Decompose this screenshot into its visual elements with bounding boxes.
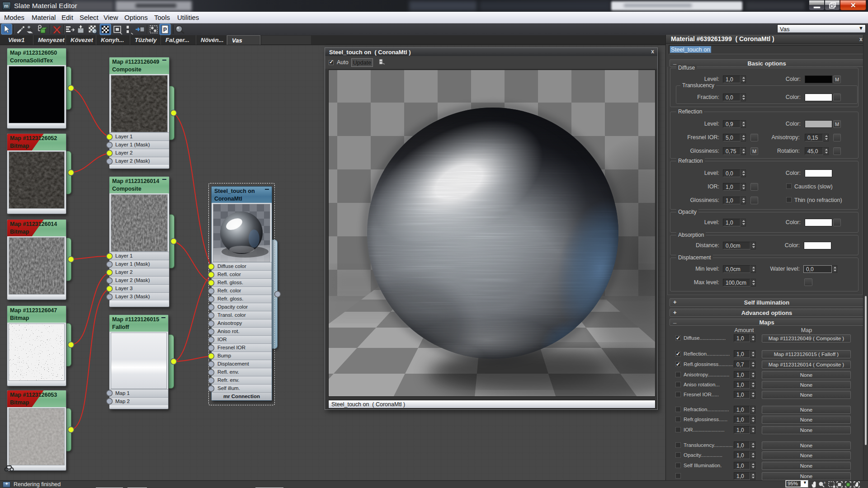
svg-text:±: ± (824, 481, 826, 484)
svg-text:P: P (163, 27, 167, 33)
